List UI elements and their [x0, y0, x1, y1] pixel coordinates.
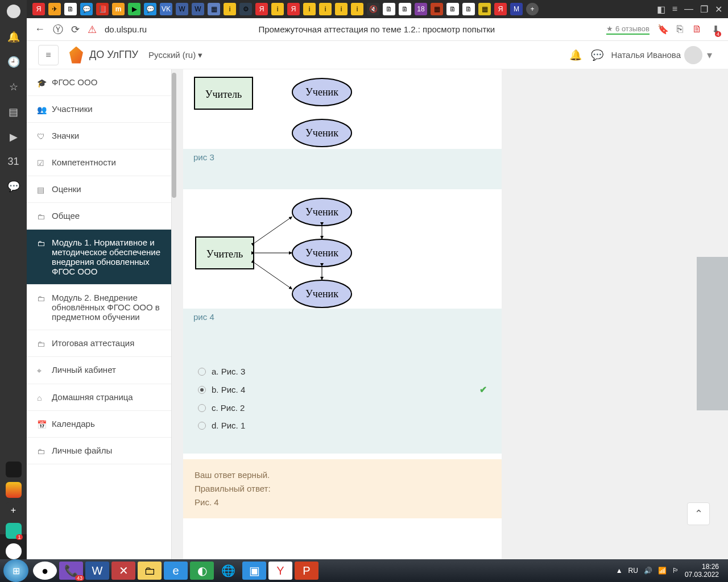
list-icon[interactable]: ▤ [9, 106, 18, 118]
tab-favicon[interactable]: ✈ [48, 3, 61, 15]
app-shortcut-3[interactable]: 1 [6, 523, 22, 539]
tab-favicon[interactable]: W [176, 3, 188, 15]
radio-icon[interactable] [198, 404, 206, 412]
tray-network-icon[interactable]: 📶 [658, 567, 667, 575]
tray-show-hidden-icon[interactable]: ▲ [616, 567, 623, 575]
start-button[interactable]: ⊞ [3, 559, 28, 582]
taskbar-app-zoom[interactable]: ▣ [242, 562, 266, 580]
pdf-icon[interactable]: 🗎 [692, 23, 702, 36]
tab-favicon[interactable]: 18 [415, 3, 427, 15]
bookmark-icon[interactable]: 🔖 [657, 24, 669, 35]
language-selector[interactable]: Русский (ru) ▾ [148, 50, 202, 60]
chat-icon[interactable]: 💬 [7, 180, 20, 193]
messages-icon[interactable]: 💬 [591, 49, 603, 61]
security-warning-icon[interactable]: ⚠ [88, 23, 97, 36]
taskbar-app-powerpoint[interactable]: P [295, 562, 318, 580]
user-menu-caret-icon[interactable]: ▾ [707, 49, 712, 61]
window-collapse-icon[interactable]: ≡ [672, 4, 677, 15]
tab-favicon[interactable]: Я [32, 3, 45, 15]
sidenav-item[interactable]: ☑Компетентности [27, 149, 171, 176]
calendar-icon[interactable]: 31 [7, 156, 19, 168]
play-icon[interactable]: ▶ [10, 131, 18, 143]
taskbar-app-ie[interactable]: e [164, 562, 188, 580]
tab-favicon[interactable]: VK [160, 3, 172, 15]
sidenav-item[interactable]: ⌂Домашняя страница [27, 384, 171, 411]
tab-favicon[interactable]: Я [494, 3, 507, 15]
new-tab-button[interactable]: + [526, 3, 539, 15]
tab-favicon[interactable]: ▦ [208, 3, 220, 15]
radio-icon[interactable] [198, 422, 206, 430]
sidenav-item[interactable]: ▤Оценки [27, 176, 171, 203]
shield-icon[interactable]: Ⓨ [53, 23, 63, 36]
window-maximize-icon[interactable]: ❐ [700, 4, 708, 15]
taskbar-app-explorer[interactable]: 🗀 [138, 562, 162, 580]
tab-favicon[interactable]: ▶ [128, 3, 140, 15]
tab-favicon[interactable]: ▦ [478, 3, 491, 15]
sidenav-item[interactable]: 🎓ФГОС ООО [27, 69, 171, 96]
app-shortcut-2[interactable] [6, 482, 22, 498]
tab-favicon[interactable]: 🗎 [462, 3, 475, 15]
star-icon[interactable]: ☆ [9, 81, 18, 93]
reviews-badge[interactable]: ★ 6 отзывов [606, 24, 650, 35]
bell-icon[interactable]: 🔔 [7, 31, 20, 43]
tray-volume-icon[interactable]: 🔊 [644, 567, 652, 575]
url-text[interactable]: do.ulspu.ru [105, 24, 147, 34]
clock-icon[interactable]: 🕘 [7, 56, 20, 68]
sidenav-item[interactable]: 🗀Личные файлы [27, 438, 171, 464]
site-name[interactable]: ДО УлГПУ [89, 49, 138, 61]
answer-row[interactable]: c. Рис. 2 [198, 399, 487, 417]
app-shortcut-4[interactable] [6, 543, 22, 559]
extension-icon[interactable]: ⎘ [677, 23, 683, 36]
tab-favicon[interactable]: Я [255, 3, 268, 15]
tab-favicon[interactable]: 💬 [80, 3, 93, 15]
tab-favicon[interactable]: i [335, 3, 348, 15]
hamburger-button[interactable]: ≡ [38, 45, 59, 65]
tab-favicon[interactable]: Я [287, 3, 300, 15]
username-label[interactable]: Наталья Иванова [611, 50, 681, 60]
sidenav-item[interactable]: 🗀Итоговая аттестация [27, 330, 171, 357]
sidenav-item[interactable]: ⌖Личный кабинет [27, 357, 171, 384]
tab-favicon[interactable]: W [192, 3, 204, 15]
window-minimize-icon[interactable]: — [684, 4, 693, 15]
answer-row[interactable]: b. Рис. 4✔ [198, 380, 487, 399]
tab-favicon[interactable]: i [351, 3, 363, 15]
tab-favicon[interactable]: i [319, 3, 332, 15]
notifications-icon[interactable]: 🔔 [569, 49, 582, 61]
tray-lang[interactable]: RU [628, 567, 638, 575]
tray-flag-icon[interactable]: 🏳 [672, 567, 679, 575]
sidenav-item[interactable]: 🗀Модуль 2. Внедрение обновлённых ФГОС ОО… [27, 285, 171, 330]
window-close-icon[interactable]: ✕ [715, 4, 722, 15]
sidenav-item[interactable]: 👥Участники [27, 96, 171, 123]
answer-row[interactable]: a. Рис. 3 [198, 363, 487, 380]
reload-icon[interactable]: ⟳ [71, 23, 80, 36]
tab-favicon[interactable]: 🗎 [64, 3, 77, 15]
sidenav-scrollbar[interactable] [172, 73, 176, 198]
taskbar-app[interactable]: ✕ [111, 562, 135, 580]
scroll-top-button[interactable]: ⌃ [687, 502, 710, 525]
tab-favicon[interactable]: i [303, 3, 316, 15]
tab-favicon[interactable]: 📕 [96, 3, 109, 15]
radio-icon[interactable] [198, 386, 206, 394]
downloads-icon[interactable]: ⬇4 [712, 23, 720, 36]
sidenav-item[interactable]: 🗀Общее [27, 203, 171, 230]
app-shortcut-1[interactable] [6, 462, 22, 477]
tab-favicon-active[interactable]: m [112, 3, 125, 15]
tab-favicon[interactable]: 🗎 [383, 3, 395, 15]
sidenav-item[interactable]: 🛡Значки [27, 123, 171, 149]
radio-icon[interactable] [198, 368, 206, 376]
sidenav-item[interactable]: 📅Календарь [27, 411, 171, 438]
tab-favicon[interactable]: M [510, 3, 523, 15]
page-scrollbar[interactable] [697, 257, 728, 410]
taskbar-app-chrome[interactable]: 🌐 [216, 562, 240, 580]
back-icon[interactable]: ← [35, 23, 45, 35]
sidenav-item[interactable]: 🗀Модуль 1. Нормативное и методическое об… [27, 230, 171, 285]
tab-favicon[interactable]: i [271, 3, 284, 15]
taskbar-app-yandex[interactable]: Y [268, 562, 292, 580]
tab-favicon[interactable]: ▦ [431, 3, 443, 15]
app-shortcut-add[interactable]: + [6, 502, 22, 518]
tray-clock[interactable]: 18:26 07.03.2022 [685, 563, 719, 579]
tab-favicon[interactable]: 💬 [144, 3, 156, 15]
os-user-avatar[interactable] [7, 5, 20, 18]
user-avatar-icon[interactable] [684, 46, 702, 64]
tab-favicon[interactable]: 🔇 [367, 3, 379, 15]
